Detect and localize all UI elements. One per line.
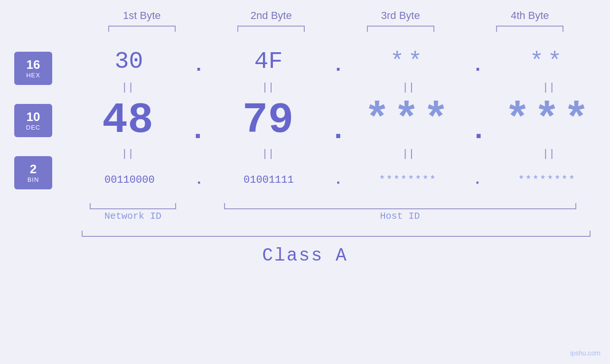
hex-cell-4: ** xyxy=(495,48,600,75)
id-labels-row: Network ID Host ID xyxy=(66,211,610,222)
full-bottom-bracket xyxy=(77,229,595,241)
eq-8: || xyxy=(497,148,601,160)
dot-bin-3: . xyxy=(473,172,482,188)
host-bracket xyxy=(220,201,581,211)
dot-dec-3: . xyxy=(470,114,487,147)
bin-number: 2 xyxy=(30,162,37,176)
dot-dec-1: . xyxy=(189,114,206,147)
network-bracket xyxy=(85,201,180,211)
bin-label: BIN xyxy=(28,176,39,183)
full-bracket-svg xyxy=(77,229,595,238)
bracket-svg-1 xyxy=(104,24,180,33)
hex-val-4: ** xyxy=(495,48,600,75)
dec-label: DEC xyxy=(26,124,40,131)
dec-row: 48 . 79 . *** . *** xyxy=(66,94,610,147)
bin-badge: 2 BIN xyxy=(14,156,52,189)
hex-val-3: ** xyxy=(356,48,460,75)
bin-val-1: 00110000 xyxy=(77,174,182,186)
bracket-svg-4 xyxy=(492,24,568,33)
bin-cell-4: ******** xyxy=(495,174,599,186)
bin-val-3: ******** xyxy=(356,174,460,186)
equals-row-2: || || || || xyxy=(66,147,610,161)
dec-cell-2: 79 xyxy=(216,96,320,145)
byte-label-1: 1st Byte xyxy=(90,9,194,22)
bracket-top-1 xyxy=(90,24,194,33)
dot-bin-2: . xyxy=(334,172,342,188)
dec-cell-3: *** xyxy=(356,96,460,145)
bracket-svg-3 xyxy=(363,24,439,33)
bin-val-2: 01001111 xyxy=(216,174,321,186)
dot-hex-3: . xyxy=(472,55,483,80)
bottom-brackets-wrapper: Network ID Host ID xyxy=(66,201,610,222)
base-badges-column: 16 HEX 10 DEC 2 BIN xyxy=(0,52,66,189)
bottom-svg-row xyxy=(66,201,610,211)
dec-val-4: *** xyxy=(497,96,601,145)
main-container: 1st Byte 2nd Byte 3rd Byte 4th Byte xyxy=(0,0,610,364)
hex-badge: 16 HEX xyxy=(14,52,52,85)
eq-1: || xyxy=(75,82,180,93)
hex-row: 30 . 4F . ** . ** xyxy=(66,42,610,80)
hex-label: HEX xyxy=(26,72,40,79)
eq-2: || xyxy=(216,82,320,93)
eq-7: || xyxy=(356,148,460,160)
watermark: ipshu.com xyxy=(570,349,601,357)
byte-labels-row: 1st Byte 2nd Byte 3rd Byte 4th Byte xyxy=(77,9,595,22)
dot-dec-2: . xyxy=(329,114,347,147)
bracket-top-2 xyxy=(219,24,323,33)
dec-cell-4: *** xyxy=(497,96,601,145)
bracket-svg-2 xyxy=(233,24,309,33)
bottom-bracket-area: Network ID Host ID xyxy=(0,201,610,222)
class-label: Class A xyxy=(262,245,348,266)
dot-hex-1: . xyxy=(193,55,204,80)
dot-hex-2: . xyxy=(332,55,344,80)
hex-val-2: 4F xyxy=(216,48,320,75)
hex-cell-1: 30 xyxy=(76,48,181,75)
eq-3: || xyxy=(356,82,460,93)
byte-label-2: 2nd Byte xyxy=(219,9,323,22)
bin-cell-3: ******** xyxy=(356,174,460,186)
dec-badge: 10 DEC xyxy=(14,104,52,137)
byte-label-3: 3rd Byte xyxy=(348,9,453,22)
host-id-label: Host ID xyxy=(195,211,605,222)
eq-6: || xyxy=(216,148,320,160)
hex-number: 16 xyxy=(27,58,40,72)
dec-val-3: *** xyxy=(356,96,460,145)
dec-cell-1: 48 xyxy=(75,96,180,145)
dec-val-1: 48 xyxy=(75,96,180,145)
network-id-label: Network ID xyxy=(71,211,195,222)
network-bracket-svg xyxy=(71,201,195,211)
bracket-top-3 xyxy=(348,24,453,33)
data-area: 30 . 4F . ** . ** || || xyxy=(66,42,610,199)
hex-cell-3: ** xyxy=(356,48,460,75)
hex-cell-2: 4F xyxy=(216,48,320,75)
hex-val-1: 30 xyxy=(76,48,181,75)
eq-4: || xyxy=(497,82,601,93)
bin-cell-2: 01001111 xyxy=(216,174,321,186)
bin-val-4: ******** xyxy=(495,174,599,186)
dec-val-2: 79 xyxy=(216,96,320,145)
dot-bin-1: . xyxy=(195,172,203,188)
bracket-top-4 xyxy=(478,24,582,33)
dec-number: 10 xyxy=(27,110,40,124)
bin-cell-1: 00110000 xyxy=(77,174,182,186)
bin-row: 00110000 . 01001111 . ******** . *******… xyxy=(66,161,610,199)
eq-5: || xyxy=(75,148,180,160)
equals-row-1: || || || || xyxy=(66,80,610,94)
byte-label-4: 4th Byte xyxy=(478,9,582,22)
top-brackets xyxy=(77,24,595,33)
host-bracket-svg xyxy=(195,201,605,211)
